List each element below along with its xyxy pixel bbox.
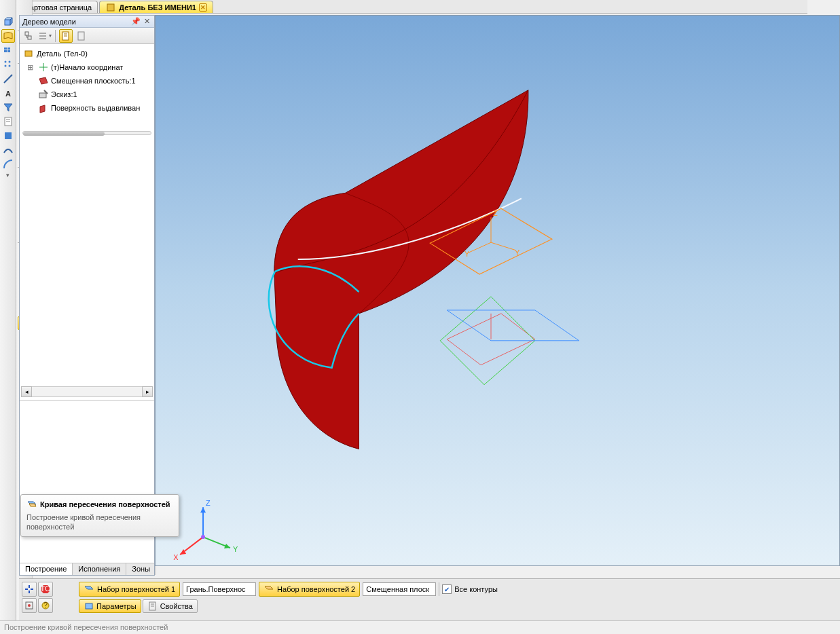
tooltip-description: Построение кривой пересечения поверхност…	[26, 512, 173, 532]
tool-grid-icon[interactable]	[1, 43, 15, 57]
pin-icon[interactable]: 📌	[131, 17, 141, 26]
svg-rect-5	[7, 48, 10, 50]
axis-label-y: Y	[464, 250, 470, 258]
panel-title: Дерево модели	[22, 18, 76, 26]
close-icon[interactable]: ✕	[142, 17, 151, 26]
bottom-tabs: Параметры Свойства	[79, 599, 837, 613]
tab-properties[interactable]: Свойства	[143, 599, 198, 613]
tab-part[interactable]: Деталь БЕЗ ИМЕНИ1 ✕	[99, 1, 213, 13]
tooltip: Кривая пересечения поверхностей Построен…	[20, 494, 179, 537]
props-icon	[147, 601, 158, 612]
chevron-down-icon[interactable]: ▾	[1, 172, 15, 179]
tree-hscroll[interactable]	[22, 131, 151, 138]
svg-rect-42	[78, 32, 84, 40]
bottom-panel: STOP ? Набор поверхностей 1 Набор поверх…	[19, 578, 840, 620]
tool-filter-icon[interactable]	[1, 100, 15, 114]
tree-item[interactable]: Смещенная плоскость:1	[21, 74, 153, 88]
svg-rect-33	[28, 36, 31, 39]
scroll-left-icon[interactable]: ◂	[21, 386, 32, 397]
params-icon	[84, 601, 94, 612]
tree-tool-4-icon[interactable]	[75, 29, 88, 43]
svg-line-48	[469, 242, 491, 253]
tree-root[interactable]: Деталь (Тел-0)	[21, 47, 153, 60]
tab-label: Параметры	[96, 602, 136, 610]
svg-rect-2	[107, 4, 114, 11]
viewport-svg: Z Y Y Z Y X	[156, 16, 839, 565]
record-icon[interactable]	[22, 598, 37, 613]
panel-lower-area	[20, 400, 154, 563]
param-row-1: Набор поверхностей 1 Набор поверхностей …	[79, 582, 837, 597]
svg-marker-52	[200, 507, 206, 512]
panel-hscroll[interactable]: ◂ ▸	[21, 386, 153, 398]
surfaces-icon	[84, 584, 94, 595]
axis-z: Z	[206, 499, 211, 507]
tool-dots-icon[interactable]	[1, 58, 15, 71]
intersection-curve-icon	[26, 499, 37, 510]
vertical-toolbar-1: A ▾	[0, 0, 16, 634]
tool-curve-icon[interactable]	[1, 143, 15, 157]
tool-line-icon[interactable]	[1, 72, 15, 86]
button-label: Набор поверхностей 1	[97, 585, 175, 593]
origin-icon	[38, 62, 49, 73]
model-tree: Деталь (Тел-0) ⊞ (т)Начало координат Сме…	[20, 44, 154, 117]
tab-parameters[interactable]: Параметры	[79, 599, 141, 613]
svg-point-61	[28, 604, 31, 607]
surfaces-icon	[263, 584, 274, 595]
tool-square-blue-icon[interactable]	[1, 129, 15, 143]
sketch-icon	[38, 89, 49, 100]
svg-rect-4	[4, 48, 7, 50]
svg-line-49	[491, 242, 515, 250]
3d-viewport[interactable]: Z Y Y Z Y X	[155, 15, 840, 566]
close-icon[interactable]: ✕	[199, 3, 207, 12]
svg-rect-64	[86, 603, 92, 609]
help-icon[interactable]: ?	[38, 598, 53, 613]
scroll-right-icon[interactable]: ▸	[142, 386, 153, 397]
surface-set-2-input[interactable]	[363, 582, 436, 596]
tab-label: Исполнения	[78, 565, 120, 573]
tooltip-title-text: Кривая пересечения поверхностей	[40, 500, 170, 508]
all-contours-checkbox[interactable]: ✔	[442, 584, 452, 594]
bottom-left-buttons: STOP ?	[22, 582, 53, 613]
tree-label: Поверхность выдавливан	[51, 104, 140, 112]
tree-label: (т)Начало координат	[51, 63, 123, 71]
svg-rect-43	[25, 51, 32, 56]
tab-label: Зоны	[132, 565, 150, 573]
tool-surface-icon[interactable]	[1, 29, 15, 43]
tree-tool-2-icon[interactable]: ▾	[38, 29, 52, 43]
panel-tab-zones[interactable]: Зоны	[126, 563, 156, 575]
surface-set-2-button[interactable]: Набор поверхностей 2	[259, 582, 360, 597]
svg-text:?: ?	[43, 601, 48, 609]
surface-set-1-input[interactable]	[183, 582, 256, 596]
svg-point-8	[4, 61, 6, 63]
part-icon	[105, 2, 116, 13]
tool-arc-icon[interactable]	[1, 157, 15, 171]
tree-label: Эскиз:1	[51, 90, 77, 98]
status-bar: Построение кривой пересечения поверхност…	[0, 620, 840, 634]
tab-label: Свойства	[160, 602, 193, 610]
tree-item[interactable]: Поверхность выдавливан	[21, 101, 153, 115]
tree-tool-1-icon[interactable]	[22, 29, 36, 43]
tool-page-icon[interactable]	[1, 115, 15, 128]
axis-label-y: Y	[515, 248, 520, 257]
stop-icon[interactable]: STOP	[38, 582, 53, 597]
svg-rect-6	[4, 50, 7, 52]
checkbox-label: Все контуры	[454, 585, 498, 593]
svg-rect-3	[5, 20, 10, 25]
svg-point-9	[8, 61, 10, 63]
extrude-surface-icon	[38, 102, 49, 113]
tool-cube-icon[interactable]	[1, 15, 15, 29]
tree-item[interactable]: Эскиз:1	[21, 88, 153, 101]
surface-set-1-button[interactable]: Набор поверхностей 1	[79, 582, 180, 597]
axis-y: Y	[233, 545, 238, 553]
tree-tool-3-icon[interactable]	[59, 29, 73, 43]
tree-label: Деталь (Тел-0)	[37, 50, 88, 58]
tree-item[interactable]: ⊞ (т)Начало координат	[21, 60, 153, 74]
apply-icon[interactable]	[22, 582, 37, 597]
button-label: Набор поверхностей 2	[277, 585, 355, 593]
svg-line-12	[4, 75, 12, 83]
expand-icon[interactable]: ⊞	[24, 63, 36, 72]
panel-tab-build[interactable]: Построение	[20, 563, 73, 575]
tree-label: Смещенная плоскость:1	[51, 77, 136, 85]
tool-a-icon[interactable]: A	[1, 86, 15, 100]
panel-tab-exec[interactable]: Исполнения	[73, 563, 126, 575]
